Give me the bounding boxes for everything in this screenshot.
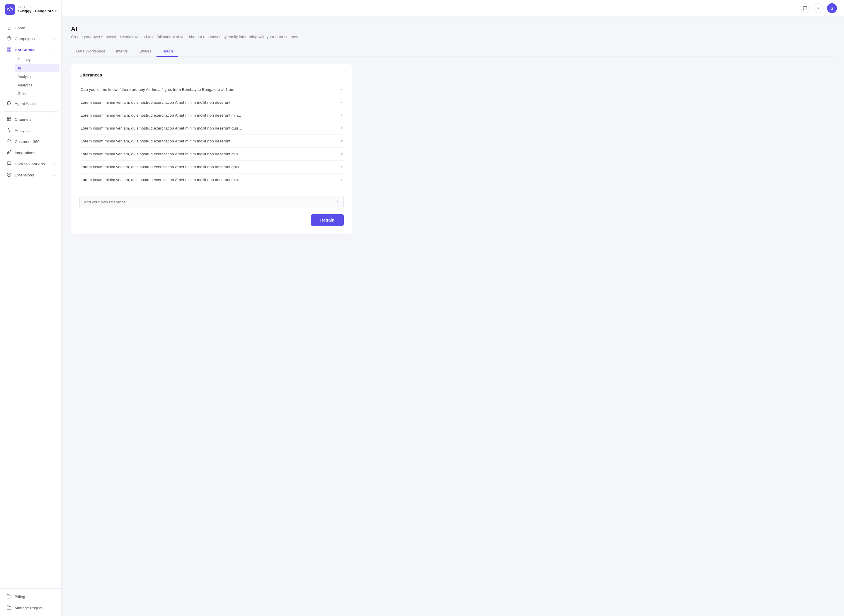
sidebar-item-guide[interactable]: Guide xyxy=(15,89,60,98)
channels-icon xyxy=(6,117,12,122)
sidebar-item-botstudio[interactable]: Bot Studio ‹ xyxy=(2,44,60,56)
tab-data-workspace[interactable]: Data Workspace xyxy=(71,46,111,57)
sidebar-item-analytics[interactable]: Analytics xyxy=(2,125,60,136)
chat-button[interactable] xyxy=(800,3,810,13)
sidebar-item-clicktochat[interactable]: Click to Chat Ads › xyxy=(2,158,60,169)
sidebar-item-agentassist-label: Agent Assist xyxy=(15,101,36,106)
utterance-item[interactable]: Lorem ipsum minim veniam, quis nostrud e… xyxy=(79,109,344,122)
channels-chevron: › xyxy=(54,118,55,121)
sidebar-item-analytics-label: Analytics xyxy=(15,128,31,133)
utterance-item[interactable]: Lorem ipsum minim veniam, quis nostrud e… xyxy=(79,96,344,109)
sidebar-item-customer360[interactable]: Customer 360 xyxy=(2,136,60,147)
sidebar-item-channels[interactable]: Channels › xyxy=(2,114,60,125)
utterance-expand-icon: ▾ xyxy=(341,139,343,143)
sidebar-item-billing-label: Billing xyxy=(15,595,25,599)
utterance-text: Lorem ipsum minim veniam, quis nostrud e… xyxy=(81,177,341,182)
clicktochat-chevron: › xyxy=(54,162,55,166)
utterance-item[interactable]: Lorem ipsum minim veniam, quis nostrud e… xyxy=(79,122,344,135)
sidebar-item-manage[interactable]: Manage Project xyxy=(2,603,60,613)
utterance-list: Can you let me know if there are any Air… xyxy=(79,83,344,186)
botstudio-icon xyxy=(6,47,12,53)
sidebar-item-clicktochat-label: Click to Chat Ads xyxy=(15,162,45,166)
utterances-title: Utterances xyxy=(79,72,344,77)
utterance-text: Lorem ipsum minim veniam, quis nostrud e… xyxy=(81,100,341,105)
svg-rect-6 xyxy=(7,50,9,51)
tab-intents[interactable]: Intents xyxy=(111,46,133,57)
sidebar-bottom: Billing Manage Project xyxy=(0,588,61,616)
sidebar-item-analytics-2[interactable]: Analytics xyxy=(15,81,60,89)
main-content: ? S AI Create your own AI powered workfl… xyxy=(62,0,844,616)
utterance-expand-icon: ▾ xyxy=(341,100,343,104)
campaigns-chevron: › xyxy=(54,37,55,41)
sidebar-project: PROJECT Swiggy - Bangalore ▾ xyxy=(18,6,57,13)
sidebar-item-home[interactable]: Home xyxy=(2,23,60,33)
topbar: ? S xyxy=(62,0,844,16)
sidebar-item-campaigns[interactable]: Campaigns › xyxy=(2,34,60,44)
utterance-item[interactable]: Lorem ipsum minim veniam, quis nostrud e… xyxy=(79,148,344,161)
add-utterance-row: + xyxy=(79,196,344,208)
utterance-text: Lorem ipsum minim veniam, quis nostrud e… xyxy=(81,126,341,131)
retrain-button[interactable]: Retrain xyxy=(311,214,344,226)
page-title: AI xyxy=(71,25,835,33)
utterance-expand-icon: ▾ xyxy=(341,113,343,117)
page-content: AI Create your own AI powered workflows … xyxy=(62,16,844,616)
utterance-expand-icon: ▾ xyxy=(341,165,343,169)
analytics-icon xyxy=(6,128,12,133)
page-description: Create your own AI powered workflows and… xyxy=(71,35,835,39)
tabs-bar: Data Workspace Intents Entities Teach xyxy=(71,46,835,57)
utterance-text: Lorem ipsum minim veniam, quis nostrud e… xyxy=(81,152,341,156)
sidebar: </> PROJECT Swiggy - Bangalore ▾ Home Ca… xyxy=(0,0,62,616)
utterance-item[interactable]: Lorem ipsum minim veniam, quis nostrud e… xyxy=(79,161,344,173)
add-utterance-input[interactable] xyxy=(84,200,333,204)
customer360-icon xyxy=(6,139,12,144)
svg-point-8 xyxy=(7,139,9,141)
utterance-text: Can you let me know if there are any Air… xyxy=(81,87,341,92)
sidebar-item-customer360-label: Customer 360 xyxy=(15,139,40,144)
sidebar-item-integrations-label: Integrations xyxy=(15,151,35,155)
sidebar-item-channels-label: Channels xyxy=(15,117,31,122)
logo-icon: </> xyxy=(5,4,15,15)
utterance-item[interactable]: Lorem ipsum minim veniam, quis nostrud e… xyxy=(79,135,344,148)
utterance-item[interactable]: Lorem ipsum minim veniam, quis nostrud e… xyxy=(79,173,344,186)
sidebar-item-botstudio-label: Bot Studio xyxy=(15,48,35,52)
sidebar-item-home-label: Home xyxy=(15,26,25,30)
clicktochat-icon xyxy=(6,161,12,167)
project-label: PROJECT xyxy=(18,6,57,9)
utterance-expand-icon: ▾ xyxy=(341,87,343,91)
sidebar-item-extensions[interactable]: Extensions › xyxy=(2,170,60,180)
help-button[interactable]: ? xyxy=(813,3,823,13)
sidebar-header: </> PROJECT Swiggy - Bangalore ▾ xyxy=(0,0,61,19)
svg-rect-5 xyxy=(9,50,11,51)
utterance-expand-icon: ▾ xyxy=(341,152,343,156)
utterance-text: Lorem ipsum minim veniam, quis nostrud e… xyxy=(81,113,341,117)
svg-rect-7 xyxy=(7,117,11,121)
sidebar-nav: Home Campaigns › Bot Studio ‹ Journeys A… xyxy=(0,19,61,588)
agentassist-chevron: › xyxy=(54,102,55,106)
sidebar-item-agentassist[interactable]: Agent Assist › xyxy=(2,98,60,109)
user-avatar[interactable]: S xyxy=(827,3,837,13)
sidebar-item-campaigns-label: Campaigns xyxy=(15,37,35,41)
campaigns-icon xyxy=(6,36,12,42)
sidebar-item-billing[interactable]: Billing xyxy=(2,591,60,602)
svg-rect-3 xyxy=(7,48,9,49)
add-utterance-button[interactable]: + xyxy=(336,199,339,205)
sidebar-item-manage-label: Manage Project xyxy=(15,606,42,610)
utterance-expand-icon: ▾ xyxy=(341,126,343,130)
billing-icon xyxy=(6,594,12,600)
tab-teach[interactable]: Teach xyxy=(157,46,178,57)
extensions-icon xyxy=(6,172,12,178)
utterance-item[interactable]: Can you let me know if there are any Air… xyxy=(79,83,344,96)
agentassist-icon xyxy=(6,101,12,106)
utterance-text: Lorem ipsum minim veniam, quis nostrud e… xyxy=(81,139,341,143)
project-dropdown-icon[interactable]: ▾ xyxy=(55,9,57,13)
tab-entities[interactable]: Entities xyxy=(133,46,157,57)
sidebar-item-analytics-1[interactable]: Analytics xyxy=(15,73,60,81)
sidebar-item-integrations[interactable]: Integrations xyxy=(2,147,60,158)
integrations-icon xyxy=(6,150,12,155)
project-name[interactable]: Swiggy - Bangalore ▾ xyxy=(18,9,57,13)
extensions-chevron: › xyxy=(54,173,55,177)
sidebar-item-ai[interactable]: AI xyxy=(15,64,60,72)
sidebar-item-journeys[interactable]: Journeys xyxy=(15,56,60,64)
utterance-text: Lorem ipsum minim veniam, quis nostrud e… xyxy=(81,165,341,169)
utterance-expand-icon: ▾ xyxy=(341,177,343,182)
